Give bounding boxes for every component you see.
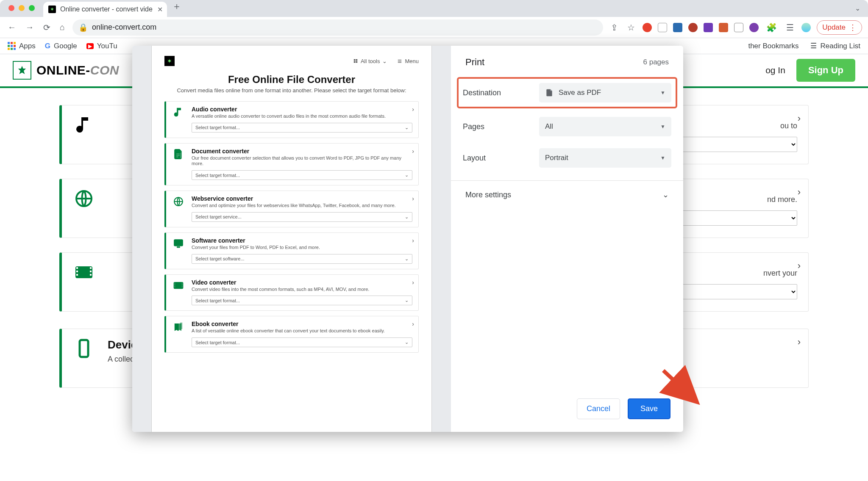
other-bookmarks-label: ther Bookmarks (748, 42, 798, 50)
youtube-icon: ▶ (86, 43, 94, 49)
print-preview-pane[interactable]: ✶ All tools ⌄ Menu Free Online File Conv… (132, 46, 451, 432)
new-tab-button[interactable]: ＋ (172, 0, 181, 13)
preview-card-select: Select target format...⌄ (192, 296, 412, 305)
preview-page: ✶ All tools ⌄ Menu Free Online File Conv… (152, 46, 431, 432)
chevron-down-icon: ⌄ (405, 298, 409, 303)
video-icon (171, 280, 186, 291)
print-dialog: ✶ All tools ⌄ Menu Free Online File Conv… (132, 46, 683, 432)
preview-card: ›Webservice converterConvert and optimiz… (164, 191, 419, 227)
site-brand[interactable]: ONLINE-CON (13, 61, 119, 80)
preview-card-title: Software converter (192, 237, 412, 244)
window-minimize-icon[interactable] (19, 5, 25, 11)
chevron-right-icon: › (412, 237, 414, 244)
other-bookmarks[interactable]: ther Bookmarks (748, 41, 798, 50)
audio-icon (71, 115, 97, 135)
preview-card-select: Select target format...⌄ (192, 170, 412, 180)
signup-button[interactable]: Sign Up (796, 59, 855, 82)
extension-4-icon[interactable] (688, 23, 698, 32)
preview-card-select: Select target format...⌄ (192, 123, 412, 133)
site-logo-icon (13, 61, 31, 80)
print-settings-pane: Print 6 pages Destination Save as PDF ▼ … (451, 46, 683, 432)
nav-home-button[interactable]: ⌂ (58, 21, 67, 34)
chevron-right-icon: › (798, 260, 801, 271)
sheet-count: 6 pages (643, 58, 669, 66)
chevron-down-icon: ⌄ (405, 172, 409, 178)
sidepanel-icon[interactable]: ☰ (785, 21, 796, 34)
chevron-down-icon: ⌄ (405, 340, 409, 345)
window-controls[interactable] (8, 5, 35, 11)
window-fullscreen-icon[interactable] (29, 5, 35, 11)
audio-icon (171, 107, 186, 118)
extensions-puzzle-icon[interactable]: 🧩 (765, 21, 779, 34)
extension-abp-icon[interactable] (643, 23, 652, 32)
account-avatar-icon[interactable] (801, 23, 811, 32)
preview-card-select: Select target format...⌄ (192, 337, 412, 347)
tab-strip: ✶ Online converter - convert vide ✕ ＋ ⌄ (0, 0, 868, 17)
preview-card: ›Audio converterA versatile online audio… (164, 101, 419, 138)
preview-card: ›Video converterConvert video files into… (164, 274, 419, 311)
chevron-down-icon: ⌄ (405, 256, 409, 262)
share-icon[interactable]: ⇪ (609, 21, 620, 34)
browser-tab[interactable]: ✶ Online converter - convert vide ✕ (43, 2, 167, 17)
toolbar: ← → ⟳ ⌂ 🔒 online-convert.com ⇪ ☆ 🧩 ☰ Upd… (0, 17, 868, 38)
tab-favicon-icon: ✶ (48, 6, 56, 13)
login-link[interactable]: og In (765, 65, 785, 75)
bookmark-star-icon[interactable]: ☆ (626, 21, 637, 34)
nav-forward-button[interactable]: → (24, 21, 36, 34)
globe-icon (71, 188, 97, 209)
chevron-right-icon: › (412, 321, 414, 327)
preview-card-title: Video converter (192, 279, 412, 286)
pages-select[interactable]: All ▼ (539, 117, 671, 136)
address-bar[interactable]: 🔒 online-convert.com (72, 19, 603, 36)
preview-card-select: Select target software...⌄ (192, 254, 412, 264)
lock-icon: 🔒 (78, 23, 88, 32)
extension-6-icon[interactable] (719, 23, 728, 32)
bookmark-apps[interactable]: Apps (8, 42, 36, 50)
ebook-icon (171, 321, 186, 332)
update-label: Update (822, 23, 846, 32)
cancel-button[interactable]: Cancel (577, 398, 620, 419)
url-text: online-convert.com (92, 23, 156, 32)
bookmark-apps-label: Apps (19, 42, 36, 50)
preview-card-title: Document converter (192, 148, 412, 155)
kebab-icon[interactable]: ⋮ (849, 23, 857, 32)
preview-card-desc: A list of versatile online ebook convert… (192, 328, 412, 334)
pages-label: Pages (463, 122, 539, 131)
nav-reload-button[interactable]: ⟳ (42, 21, 52, 34)
chevron-right-icon: › (412, 148, 414, 155)
destination-label: Destination (463, 88, 539, 97)
save-button[interactable]: Save (628, 398, 670, 419)
destination-select[interactable]: Save as PDF ▼ (539, 83, 671, 102)
destination-highlight: Destination Save as PDF ▼ (457, 77, 677, 108)
bookmark-youtube-label: YouTu (97, 42, 117, 50)
chevron-right-icon: › (798, 113, 801, 124)
preview-card-desc: A versatile online audio converter to co… (192, 113, 412, 119)
web-icon (171, 196, 186, 207)
update-button[interactable]: Update ⋮ (817, 20, 862, 35)
layout-select[interactable]: Portrait ▼ (539, 148, 671, 168)
profile-avatar-icon[interactable] (749, 23, 759, 32)
extension-7-icon[interactable] (734, 23, 743, 32)
extension-5-icon[interactable] (704, 23, 713, 32)
preview-subtitle: Convert media files online from one form… (164, 87, 419, 94)
chevron-right-icon: › (412, 195, 414, 202)
print-header: Print (465, 57, 484, 68)
preview-card: ›Ebook converterA list of versatile onli… (164, 316, 419, 353)
bookmark-google-label: Google (54, 42, 77, 50)
extension-3-icon[interactable] (673, 23, 682, 32)
reading-list[interactable]: ☰Reading List (810, 41, 860, 50)
bookmark-google[interactable]: GGoogle (45, 42, 77, 50)
bookmark-youtube[interactable]: ▶YouTu (86, 42, 117, 50)
preview-all-tools: All tools ⌄ (353, 58, 387, 64)
preview-card-title: Audio converter (192, 106, 412, 113)
extension-notion-icon[interactable] (658, 23, 667, 32)
window-close-icon[interactable] (8, 5, 14, 11)
preview-menu: Menu (397, 58, 419, 64)
nav-back-button[interactable]: ← (6, 21, 18, 34)
tab-close-icon[interactable]: ✕ (157, 6, 163, 14)
more-settings-toggle[interactable]: More settings ⌄ (451, 181, 683, 209)
chevron-right-icon: › (798, 187, 801, 198)
preview-card: ›Software converterConvert your files fr… (164, 232, 419, 269)
tab-title: Online converter - convert vide (60, 6, 153, 13)
tab-overflow-icon[interactable]: ⌄ (855, 4, 860, 12)
